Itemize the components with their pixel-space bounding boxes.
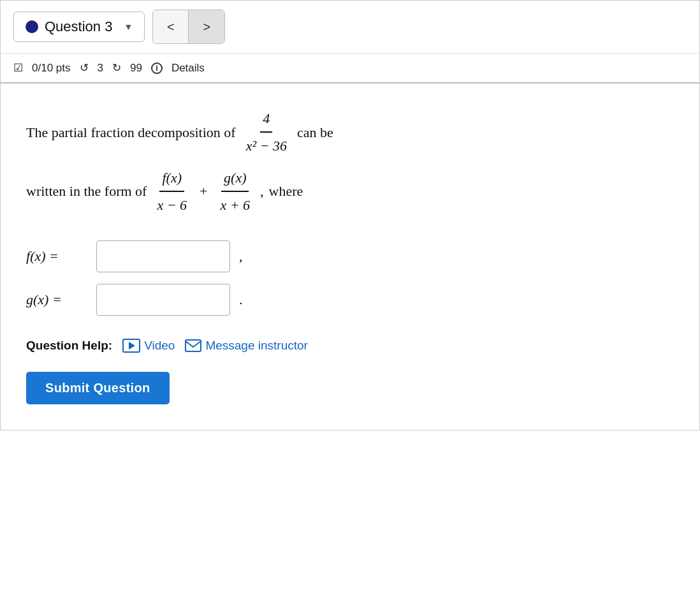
- info-icon[interactable]: i: [151, 63, 163, 74]
- video-label: Video: [144, 339, 175, 353]
- input-section: f(x) = , g(x) = .: [26, 240, 674, 316]
- main-fraction-denominator: x² − 36: [244, 133, 289, 158]
- form-fraction1: f(x) x − 6: [154, 166, 189, 217]
- meta-row: ☑ 0/10 pts ↺ 3 ↻ 99 i Details: [1, 54, 699, 84]
- fx-row: f(x) = ,: [26, 240, 674, 272]
- retry-icon: ↺: [80, 61, 89, 75]
- svg-rect-0: [186, 340, 201, 351]
- points-display: 0/10 pts: [32, 62, 71, 75]
- gx-input[interactable]: [96, 284, 230, 316]
- question-selector[interactable]: Question 3 ▼: [13, 11, 145, 42]
- video-icon: [122, 339, 140, 353]
- problem-statement: The partial fraction decomposition of 4 …: [26, 107, 674, 217]
- plus-sign: +: [200, 179, 207, 203]
- fx-input[interactable]: [96, 240, 230, 272]
- main-fraction: 4 x² − 36: [244, 107, 289, 158]
- retry-count: 3: [98, 62, 103, 75]
- main-fraction-numerator: 4: [260, 107, 272, 133]
- can-be-text: can be: [297, 121, 333, 144]
- where-text: where: [269, 179, 303, 203]
- prev-button[interactable]: <: [153, 10, 189, 43]
- question-status-dot: [26, 20, 38, 33]
- help-row: Question Help: Video Message instructor: [26, 339, 674, 353]
- message-link[interactable]: Message instructor: [185, 339, 308, 353]
- written-in-form-text: written in the form of: [26, 179, 147, 203]
- message-label: Message instructor: [205, 339, 308, 353]
- details-label[interactable]: Details: [171, 62, 205, 75]
- next-button[interactable]: >: [189, 10, 224, 43]
- form-fraction1-num: f(x): [159, 166, 184, 192]
- gx-row: g(x) = .: [26, 284, 674, 316]
- fx-label: f(x) =: [26, 248, 90, 265]
- chevron-down-icon: ▼: [124, 22, 133, 32]
- form-fraction2-num: g(x): [221, 166, 249, 192]
- nav-buttons: < >: [152, 10, 225, 44]
- header-row: Question 3 ▼ < >: [1, 1, 699, 54]
- gx-punct: .: [239, 291, 243, 308]
- comma-after-fractions: ,: [260, 179, 264, 203]
- mail-icon: [185, 339, 201, 352]
- form-fraction2-den: x + 6: [217, 192, 252, 217]
- check-icon: ☑: [13, 61, 23, 75]
- submission-count: 99: [130, 62, 142, 75]
- main-content: The partial fraction decomposition of 4 …: [1, 84, 699, 430]
- refresh-icon: ↻: [112, 61, 121, 75]
- video-link[interactable]: Video: [122, 339, 175, 353]
- intro-text: The partial fraction decomposition of: [26, 121, 236, 144]
- submit-button[interactable]: Submit Question: [26, 372, 170, 404]
- gx-label: g(x) =: [26, 291, 90, 308]
- question-label: Question 3: [45, 18, 112, 35]
- form-fraction2: g(x) x + 6: [217, 166, 252, 217]
- form-fraction1-den: x − 6: [154, 192, 189, 217]
- fx-punct: ,: [239, 248, 243, 265]
- help-label: Question Help:: [26, 339, 112, 353]
